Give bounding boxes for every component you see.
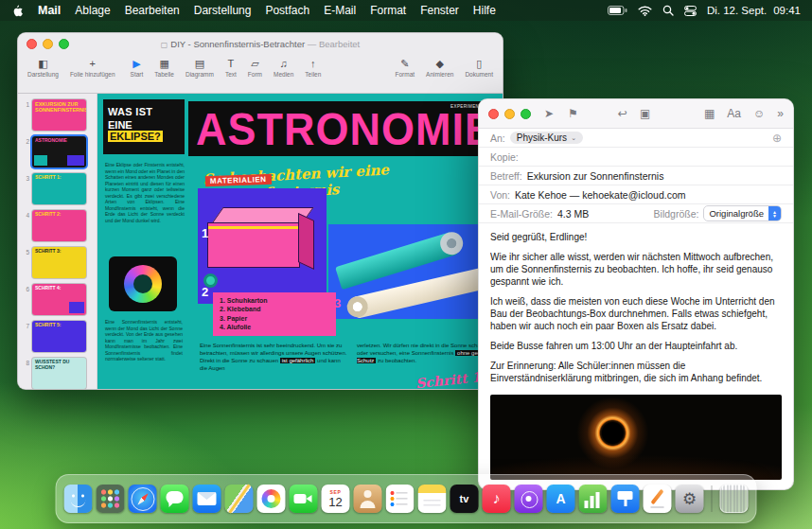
toolbar-text[interactable]: TText bbox=[225, 57, 237, 78]
attachment-eclipse-photo[interactable] bbox=[490, 395, 782, 480]
toolbar-label: Tabelle bbox=[154, 71, 174, 78]
dock-icon-messages[interactable] bbox=[161, 485, 189, 513]
slide-thumbnail[interactable]: SCHRITT 3: bbox=[32, 247, 86, 278]
dock-icon-trash[interactable] bbox=[720, 485, 749, 513]
slide-thumbnail[interactable]: SCHRITT 5: bbox=[32, 321, 86, 352]
mail-body[interactable]: Seid gegrüßt, Erdlinge!Wie ihr sicher al… bbox=[479, 223, 793, 489]
reply-icon[interactable]: ↩ bbox=[618, 107, 627, 120]
app-menu-mail[interactable]: Mail bbox=[38, 4, 61, 17]
toolbar-diagramm[interactable]: ▤Diagramm bbox=[185, 57, 214, 78]
dock-icon-app-store[interactable] bbox=[547, 485, 575, 513]
dock-icon-maps[interactable] bbox=[225, 485, 254, 513]
chevron-down-icon: ⌄ bbox=[571, 134, 576, 142]
slide-thumbnail[interactable]: SCHRITT 4: bbox=[32, 284, 86, 315]
toolbar-dokument[interactable]: ▯Dokument bbox=[465, 57, 493, 78]
teilen-icon: ↑ bbox=[310, 57, 316, 71]
step-number-1: 1 bbox=[202, 226, 208, 240]
dock-icon-safari[interactable] bbox=[129, 485, 157, 513]
dock-icon-podcasts[interactable] bbox=[515, 485, 543, 513]
toolbar-label: Animieren bbox=[426, 71, 453, 78]
flag-icon[interactable]: ⚑ bbox=[568, 107, 578, 120]
search-icon[interactable] bbox=[662, 5, 674, 16]
menu-item-postfach[interactable]: Postfach bbox=[265, 4, 309, 17]
toolbar-darstellung[interactable]: ◧Darstellung bbox=[27, 57, 59, 78]
slide-thumbnail-label: WUSSTEST DU SCHON? bbox=[32, 358, 86, 373]
dock-icon-launchpad[interactable] bbox=[97, 485, 125, 513]
dock-icon-finder[interactable] bbox=[64, 485, 93, 513]
menu-item-bearbeiten[interactable]: Bearbeiten bbox=[125, 4, 180, 17]
field-from[interactable]: Von: Kate Kehoe — kehoekate@icloud.com bbox=[479, 185, 793, 204]
dock-icon-mail[interactable] bbox=[193, 485, 221, 513]
from-value[interactable]: Kate Kehoe — kehoekate@icloud.com bbox=[515, 189, 686, 201]
mail-body-text[interactable]: Seid gegrüßt, Erdlinge!Wie ihr sicher al… bbox=[490, 231, 782, 390]
archive-icon[interactable]: ▣ bbox=[640, 107, 650, 120]
dokument-icon: ▯ bbox=[476, 57, 482, 71]
toolbar-start[interactable]: ▶Start bbox=[131, 57, 144, 78]
send-icon[interactable]: ➤ bbox=[544, 107, 554, 120]
apple-menu[interactable] bbox=[11, 4, 24, 18]
close-button[interactable] bbox=[488, 109, 499, 119]
dock-icon-photos[interactable] bbox=[257, 485, 286, 513]
toolbar-folie-hinzuf-gen[interactable]: +Folie hinzufügen bbox=[70, 57, 115, 78]
keynote-window: ▢DIY - Sonnenfinsternis-Betrachter — Bea… bbox=[17, 32, 503, 390]
recipient-token[interactable]: Physik-Kurs⌄ bbox=[510, 132, 583, 144]
slide-thumbnail[interactable]: SCHRITT 2: bbox=[32, 210, 86, 241]
slide-canvas[interactable]: ASTRONOMIE EXPERIMENT Nr. 11 WAS IST EIN… bbox=[97, 94, 503, 390]
slide-thumbnail[interactable]: WUSSTEST DU SCHON? bbox=[32, 358, 86, 389]
toolbar-teilen[interactable]: ↑Teilen bbox=[305, 57, 321, 78]
field-to[interactable]: An: Physik-Kurs⌄ ⊕ bbox=[479, 129, 793, 148]
format-icon[interactable]: Aa bbox=[727, 107, 741, 120]
close-button[interactable] bbox=[26, 39, 37, 49]
subject-value[interactable]: Exkursion zur Sonnenfinsternis bbox=[527, 170, 664, 182]
emoji-icon[interactable]: ☺ bbox=[753, 107, 765, 120]
battery-icon[interactable] bbox=[608, 6, 627, 15]
dock-icon-music[interactable] bbox=[483, 485, 511, 513]
field-cc[interactable]: Kopie: bbox=[479, 148, 793, 167]
dock-icon-facetime[interactable] bbox=[290, 485, 318, 513]
dock-icon-tv[interactable] bbox=[450, 485, 479, 513]
text-icon: T bbox=[228, 57, 235, 71]
menu-item-hilfe[interactable]: Hilfe bbox=[473, 4, 496, 17]
menu-item-darstellung[interactable]: Darstellung bbox=[194, 4, 252, 17]
slide-thumb-row: 5SCHRITT 3: bbox=[20, 247, 94, 278]
toolbar-medien[interactable]: ♫Medien bbox=[274, 57, 293, 78]
slide-thumbnail[interactable]: SCHRITT 1: bbox=[32, 173, 86, 204]
start-icon: ▶ bbox=[132, 57, 140, 71]
wifi-icon[interactable] bbox=[638, 6, 652, 16]
photo-browser-icon[interactable]: ▦ bbox=[704, 107, 715, 120]
slide-thumbnail[interactable]: EXKURSION ZUR SONNENFINSTERNIS! bbox=[32, 99, 86, 131]
more-icon[interactable]: » bbox=[777, 107, 784, 120]
field-subject[interactable]: Betreff: Exkursion zur Sonnenfinsternis bbox=[479, 167, 793, 185]
toolbar-group-right: ✎Format◆Animieren▯Dokument bbox=[396, 57, 493, 78]
slide-thumbnail[interactable]: ASTRONOMIE bbox=[32, 136, 86, 168]
menu-item-ablage[interactable]: Ablage bbox=[75, 4, 110, 17]
zoom-button[interactable] bbox=[59, 39, 69, 49]
add-recipient-button[interactable]: ⊕ bbox=[772, 132, 782, 145]
slide-thumbnail-label: ASTRONOMIE bbox=[32, 136, 86, 146]
toolbar-animieren[interactable]: ◆Animieren bbox=[426, 57, 453, 78]
dock-icon-pages[interactable] bbox=[644, 485, 672, 513]
toolbar-tabelle[interactable]: ▦Tabelle bbox=[154, 57, 174, 78]
control-center-icon[interactable] bbox=[684, 6, 697, 16]
minimize-button[interactable] bbox=[504, 109, 515, 119]
dock-icon-settings[interactable] bbox=[676, 485, 704, 513]
dock-icon-numbers[interactable] bbox=[579, 485, 608, 513]
dock-icon-notes[interactable] bbox=[418, 485, 447, 513]
dock-icon-reminders[interactable] bbox=[386, 485, 415, 513]
body-paragraph: Beide Busse fahren um 13:00 Uhr an der H… bbox=[490, 340, 782, 352]
dock-icon-keynote[interactable] bbox=[611, 485, 640, 513]
toolbar-format[interactable]: ✎Format bbox=[396, 57, 415, 78]
dock-icon-contacts[interactable] bbox=[354, 485, 382, 513]
toolbar-label: Teilen bbox=[305, 71, 321, 78]
mail-toolbar-right: ▦Aa☺» bbox=[704, 107, 784, 120]
menu-item-format[interactable]: Format bbox=[370, 4, 406, 17]
dock-icon-calendar[interactable]: SEP12 bbox=[322, 485, 350, 513]
menu-item-fenster[interactable]: Fenster bbox=[420, 4, 459, 17]
toolbar-form[interactable]: ▱Form bbox=[248, 57, 262, 78]
minimize-button[interactable] bbox=[43, 39, 53, 49]
image-size-dropdown[interactable]: Originalgröße ▲▼ bbox=[703, 205, 782, 221]
menu-bar-clock[interactable]: Di. 12. Sept. 09:41 bbox=[707, 5, 801, 16]
slide-title-band: ASTRONOMIE EXPERIMENT Nr. 11 bbox=[188, 101, 503, 156]
menu-item-e-mail[interactable]: E-Mail bbox=[324, 4, 356, 17]
zoom-button[interactable] bbox=[521, 109, 531, 119]
